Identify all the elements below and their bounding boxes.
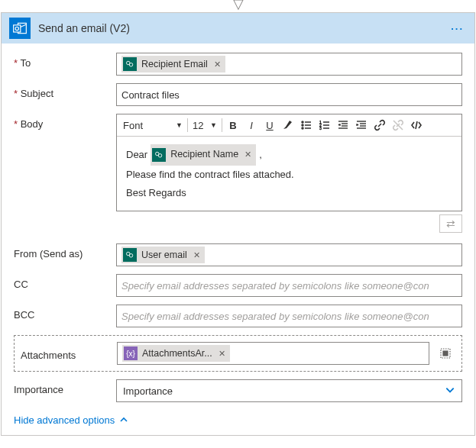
action-card-send-email: Send an email (V2) ··· To Recipient Emai… xyxy=(1,12,475,436)
svg-point-28 xyxy=(158,153,162,157)
attachments-row: Attachments {x} AttachmentsAr... ✕ xyxy=(14,335,462,372)
card-menu-button[interactable]: ··· xyxy=(448,23,467,34)
svg-point-30 xyxy=(129,254,133,258)
unlink-button[interactable] xyxy=(389,116,407,134)
token-label: Recipient Name xyxy=(170,146,238,164)
number-list-button[interactable]: 123 xyxy=(316,116,334,134)
from-input[interactable]: User email ✕ xyxy=(116,243,462,266)
sharepoint-icon xyxy=(123,248,137,262)
font-selector[interactable]: Font▼ xyxy=(120,118,186,133)
label-bcc: BCC xyxy=(14,305,116,321)
svg-rect-1 xyxy=(14,25,21,32)
variable-icon: {x} xyxy=(124,346,138,360)
italic-button[interactable]: I xyxy=(242,116,261,134)
label-to: To xyxy=(14,53,116,69)
card-header[interactable]: Send an email (V2) ··· xyxy=(2,13,474,44)
cc-input[interactable]: Specify email addresses separated by sem… xyxy=(116,274,462,297)
token-label: User email xyxy=(141,250,187,260)
svg-point-7 xyxy=(302,124,303,126)
label-cc: CC xyxy=(14,274,116,290)
underline-button[interactable]: U xyxy=(261,116,279,134)
rte-toolbar: Font▼ 12▼ B I U xyxy=(117,114,461,137)
token-recipient-name[interactable]: Recipient Name ✕ xyxy=(151,144,256,166)
outlook-icon xyxy=(9,18,31,39)
token-label: Recipient Email xyxy=(141,59,208,69)
svg-text:3: 3 xyxy=(319,126,322,131)
token-remove-icon[interactable]: ✕ xyxy=(214,60,221,69)
chevron-up-icon xyxy=(119,415,128,426)
token-label: AttachmentsAr... xyxy=(142,348,212,359)
link-button[interactable] xyxy=(371,116,389,134)
token-remove-icon[interactable]: ✕ xyxy=(219,349,225,359)
highlight-button[interactable] xyxy=(279,116,297,134)
chevron-down-icon xyxy=(445,385,455,398)
attachments-input[interactable]: {x} AttachmentsAr... ✕ xyxy=(117,342,429,365)
sharepoint-icon xyxy=(152,148,166,162)
token-remove-icon[interactable]: ✕ xyxy=(193,250,200,260)
svg-point-4 xyxy=(129,63,133,67)
code-view-button[interactable] xyxy=(407,116,426,134)
caret-down-icon: ▼ xyxy=(210,121,217,129)
label-attachments: Attachments xyxy=(21,346,117,361)
subject-value: Contract files xyxy=(121,89,180,101)
token-attachments-array[interactable]: {x} AttachmentsAr... ✕ xyxy=(122,345,230,362)
label-body: Body xyxy=(14,114,116,130)
switch-mode-button[interactable]: ⇄ xyxy=(439,214,462,233)
label-importance: Importance xyxy=(14,379,116,395)
label-subject: Subject xyxy=(14,83,116,99)
token-remove-icon[interactable]: ✕ xyxy=(244,147,251,163)
label-from: From (Send as) xyxy=(14,243,116,259)
body-editor: Font▼ 12▼ B I U xyxy=(116,114,462,211)
caret-down-icon: ▼ xyxy=(176,121,183,129)
bullet-list-button[interactable] xyxy=(297,116,316,134)
hide-advanced-options-link[interactable]: Hide advanced options xyxy=(14,414,128,426)
flow-arrow-down: ▽ xyxy=(0,0,476,12)
svg-rect-32 xyxy=(443,351,448,356)
svg-point-9 xyxy=(302,127,303,129)
subject-input[interactable]: Contract files xyxy=(116,83,462,106)
svg-point-5 xyxy=(302,121,303,123)
switch-to-detail-button[interactable] xyxy=(436,343,455,363)
font-size-selector[interactable]: 12▼ xyxy=(189,118,220,133)
indent-button[interactable] xyxy=(352,116,371,134)
bcc-input[interactable]: Specify email addresses separated by sem… xyxy=(116,305,462,327)
svg-line-26 xyxy=(416,121,417,129)
sharepoint-icon xyxy=(123,57,137,71)
token-recipient-email[interactable]: Recipient Email ✕ xyxy=(121,56,225,73)
bold-button[interactable]: B xyxy=(224,116,242,134)
card-title: Send an email (V2) xyxy=(38,22,440,34)
token-user-email[interactable]: User email ✕ xyxy=(121,247,205,263)
rte-content[interactable]: Dear Recipient Name ✕ , Please find the … xyxy=(117,137,461,211)
to-input[interactable]: Recipient Email ✕ xyxy=(116,53,462,76)
importance-select[interactable]: Importance xyxy=(116,379,462,402)
outdent-button[interactable] xyxy=(334,116,352,134)
